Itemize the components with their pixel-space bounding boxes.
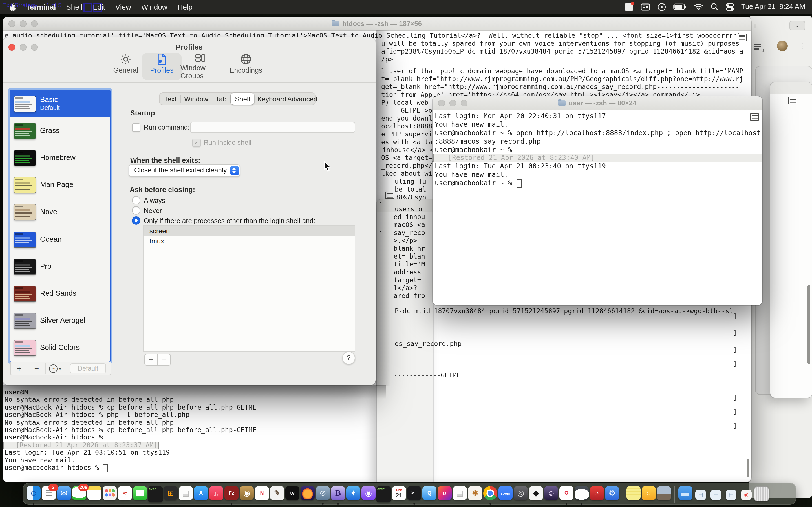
avatar[interactable] — [777, 41, 788, 51]
dock-app-icon[interactable]: ▤ — [178, 484, 193, 504]
dock-app-icon[interactable]: O — [559, 484, 574, 504]
process-list-item[interactable]: tmux — [144, 236, 355, 246]
dock-app-icon[interactable]: APR 21 — [391, 484, 407, 504]
dock-app-icon[interactable] — [133, 484, 148, 504]
menu-item[interactable]: View — [115, 3, 131, 11]
dock-app-icon[interactable] — [483, 484, 498, 504]
toolbar-item-encodings[interactable]: Encodings — [226, 53, 266, 80]
profile-item[interactable]: Man Page — [10, 172, 110, 199]
tab[interactable]: Keyboard — [254, 93, 289, 105]
kebab-menu-icon[interactable]: ⋮ — [799, 42, 806, 50]
process-list-item[interactable]: screen — [144, 226, 355, 236]
tab[interactable]: Advanced — [289, 93, 315, 105]
dock-app-icon[interactable]: ◆ — [528, 484, 544, 504]
dock-file-icon[interactable]: ▤ — [693, 484, 708, 504]
dock-app-icon[interactable]: Q — [422, 484, 437, 504]
close-button[interactable] — [438, 100, 445, 107]
tab[interactable]: Text — [160, 93, 181, 105]
new-tab-button[interactable]: + — [751, 21, 760, 31]
dock-app-icon[interactable]: ⊘ — [315, 484, 331, 504]
dock-app-icon[interactable]: 3 ☰ — [41, 484, 56, 504]
shell-exit-action-select[interactable]: Close if the shell exited cleanly — [129, 165, 240, 177]
dock-file-icon[interactable] — [754, 484, 769, 504]
toolbar-item-profiles[interactable]: Profiles — [142, 53, 182, 80]
dock-app-icon[interactable]: tv — [285, 484, 300, 504]
dock-app-icon[interactable]: ⚙ — [605, 484, 620, 504]
add-profile-button[interactable]: + — [11, 363, 28, 374]
minimize-button[interactable] — [20, 20, 27, 27]
dock-app-icon[interactable]: ▤ — [452, 484, 467, 504]
dock-app-icon[interactable] — [102, 484, 117, 504]
dock-app-icon[interactable]: >_ — [407, 484, 422, 504]
search-icon[interactable] — [710, 3, 718, 11]
dock-file-icon[interactable]: ▤ — [723, 484, 739, 504]
dock-app-icon[interactable]: B — [331, 484, 346, 504]
htdocs-titlebar[interactable]: htdocs — -zsh — 187×56 — [3, 17, 751, 31]
set-default-button[interactable]: Default — [70, 363, 106, 374]
radio-option[interactable]: Never — [132, 206, 162, 215]
tab[interactable]: Window — [181, 93, 211, 105]
zoom-button[interactable] — [461, 100, 467, 107]
dock-app-icon[interactable] — [626, 484, 641, 504]
profile-item[interactable]: Novel — [10, 199, 110, 226]
profile-item[interactable]: Basic Default — [10, 90, 110, 117]
playlist-icon[interactable]: ♪ — [755, 44, 765, 52]
dock-app-icon[interactable]: A — [193, 484, 209, 504]
help-button[interactable]: ? — [342, 351, 355, 364]
terminal-panel-icon[interactable] — [640, 3, 650, 10]
radio-option[interactable]: Only if there are processes other than t… — [132, 216, 315, 225]
dock-app-icon[interactable]: ◎ — [513, 484, 528, 504]
dock-file-icon[interactable]: ▬ — [678, 484, 693, 504]
dock-app-icon[interactable]: ☺ — [26, 484, 41, 504]
profile-item[interactable]: Grass — [10, 117, 110, 144]
dock-app-icon[interactable]: ♫ — [209, 484, 224, 504]
battery-icon[interactable] — [673, 3, 687, 10]
profile-item[interactable]: Ocean — [10, 226, 110, 253]
profile-actions-menu-button[interactable]: ··· ▾ — [46, 363, 65, 374]
dock-app-icon[interactable]: zoom — [498, 484, 513, 504]
dock-app-icon[interactable]: Fz — [224, 484, 239, 504]
profile-item[interactable]: Solid Colors — [10, 334, 110, 361]
dock-app-icon[interactable]: ○ — [641, 484, 656, 504]
tab[interactable]: Tab — [211, 93, 231, 105]
profile-item[interactable]: Pro — [10, 253, 110, 280]
dock-app-icon[interactable] — [656, 484, 672, 504]
dock-file-icon[interactable]: ◉ — [739, 484, 754, 504]
menu-item[interactable]: Shell — [66, 3, 82, 11]
toolbar-item-window-groups[interactable]: Window Groups — [181, 53, 220, 80]
dock-app-icon[interactable]: ⊞ — [163, 484, 178, 504]
dock-app-icon[interactable]: exec — [148, 484, 163, 504]
dock-app-icon[interactable]: 208 — [71, 484, 87, 504]
dock-app-icon[interactable] — [300, 484, 315, 504]
tab[interactable]: Shell — [231, 93, 254, 105]
menu-item[interactable]: Window — [141, 3, 167, 11]
remove-profile-button[interactable]: − — [28, 363, 46, 374]
run-command-checkbox[interactable] — [132, 123, 140, 132]
dock-app-icon[interactable]: ◉ — [361, 484, 376, 504]
dock-app-icon[interactable]: exec — [376, 484, 391, 504]
control-center-icon[interactable] — [725, 3, 734, 11]
menu-bar-clock[interactable]: Tue Apr 21 8:24 AM — [741, 3, 805, 11]
dock-app-icon[interactable]: ✉ — [56, 484, 71, 504]
remove-process-button[interactable]: − — [158, 354, 171, 365]
profile-item[interactable]: Silver Aerogel — [10, 307, 110, 334]
play-circle-icon[interactable] — [657, 3, 666, 11]
add-process-button[interactable]: + — [144, 354, 158, 365]
tab-overflow-button[interactable]: ⌄ — [790, 21, 805, 31]
profile-item[interactable]: Red Sands — [10, 280, 110, 307]
dock-app-icon[interactable]: IJ — [437, 484, 452, 504]
wifi-icon[interactable] — [694, 3, 703, 10]
dock-app-icon[interactable]: N — [254, 484, 269, 504]
scrollbar[interactable] — [808, 285, 810, 364]
htdocs-scrollbar[interactable] — [747, 459, 749, 477]
dock-app-icon[interactable] — [87, 484, 102, 504]
dock-app-icon[interactable]: ✱ — [467, 484, 483, 504]
dock-app-icon[interactable]: ✦ — [346, 484, 361, 504]
dock-app-icon[interactable]: ☺ — [544, 484, 559, 504]
dock-app-icon[interactable] — [574, 484, 589, 504]
toolbar-item-general[interactable]: General — [106, 53, 146, 80]
run-inside-shell-checkbox[interactable]: ✓ — [192, 138, 201, 147]
process-list[interactable]: screen tmux — [143, 225, 355, 351]
dock-app-icon[interactable]: ✎ — [269, 484, 285, 504]
user-titlebar[interactable]: user — -zsh — 80×24 — [433, 96, 762, 110]
